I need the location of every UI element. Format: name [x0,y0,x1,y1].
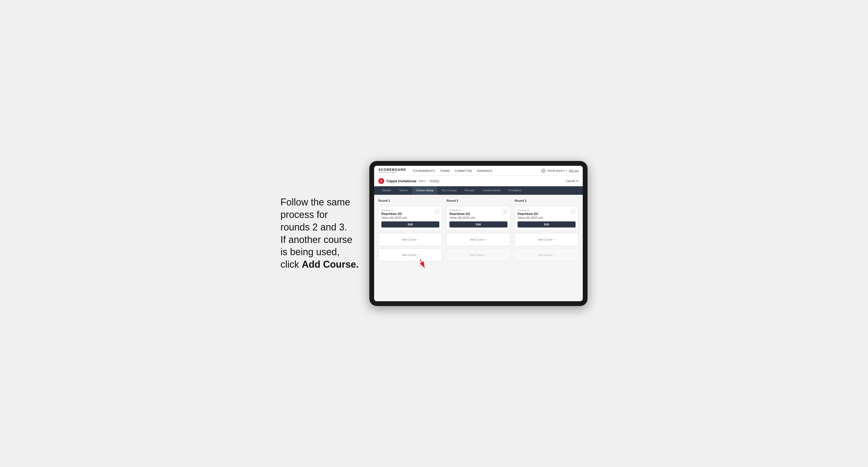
instruction-line4: If another course [280,234,352,245]
tab-bar: Details Teams Course Setup Tee Groups Re… [374,186,583,195]
round-2-add-course-1[interactable]: Add Course + [446,233,510,246]
tab-leaderboards[interactable]: Leaderboards [479,186,504,195]
top-nav: SCOREBOARD Powered by clippd TOURNAMENTS… [374,166,583,176]
round-2-course-card: (Course A) Peachtree GC Yellow (M) (6629… [446,206,510,230]
rounds-grid: Round 1 (Course A) Peachtree GC Yellow (… [378,199,579,261]
add-course-label-r2-1: Add Course [470,238,484,241]
course-name-3: Peachtree GC [518,212,543,216]
tab-results[interactable]: Results [461,186,478,195]
tablet-frame: SCOREBOARD Powered by clippd TOURNAMENTS… [369,161,588,306]
logo-letter: C [380,179,383,183]
tablet-screen: SCOREBOARD Powered by clippd TOURNAMENTS… [374,166,583,301]
tab-printables[interactable]: Printables [505,186,525,195]
instruction-line5: is being used, [280,246,340,257]
course-info-2: (Course A) Peachtree GC Yellow (M) (6629… [450,209,475,219]
sign-out-link[interactable]: Sign out [569,169,579,172]
round-1-column: Round 1 (Course A) Peachtree GC Yellow (… [378,199,442,261]
instruction-line1: Follow the same [280,197,350,208]
breadcrumb-left: C Clippd Invitational (Men) Hosting [378,178,440,184]
add-course-plus-r3-1: + [553,238,555,241]
add-course-label-r3-2: Add Course [538,254,552,256]
course-label: (Course A) [381,209,407,212]
tablet-inner: SCOREBOARD Powered by clippd TOURNAMENTS… [374,166,583,301]
course-name: Peachtree GC [381,212,407,216]
main-content: Round 1 (Course A) Peachtree GC Yellow (… [374,195,583,301]
brand-sub: Powered by clippd [378,172,406,174]
user-email: blair@clippd.io [547,169,565,172]
course-label-2: (Course A) [450,209,475,212]
add-course-label-1: Add Course [402,238,416,241]
add-course-label-r2-2: Add Course [470,254,484,256]
course-info: (Course A) Peachtree GC Yellow (M) (6629… [381,209,407,219]
round-3-title: Round 3 [515,199,579,202]
round-3-add-course-1[interactable]: Add Course + [515,233,579,246]
add-course-plus-1: + [417,238,418,241]
course-details-3: Yellow (M) (6629 yds) [518,216,543,219]
instruction-bold: Add Course. [302,259,359,270]
round-3-add-course-2: Add Course + [515,249,579,261]
course-card-header: (Course A) Peachtree GC Yellow (M) (6629… [381,209,439,219]
top-nav-right: blair@clippd.io | Sign out [541,168,579,173]
separator: | [566,169,567,172]
round-3-course-card: (Course A) Peachtree GC Yellow (M) (6629… [515,206,579,230]
hosting-badge: Hosting [428,179,440,183]
round-3-edit-button[interactable]: Edit [518,221,576,227]
tab-teams[interactable]: Teams [395,186,411,195]
tournament-name: Clippd Invitational [386,179,416,183]
tab-details[interactable]: Details [378,186,395,195]
instruction-line2: process for [280,209,328,220]
round-1-add-course-1[interactable]: Add Course + [378,233,442,246]
course-details-2: Yellow (M) (6629 yds) [450,216,475,219]
add-course-label-r3-1: Add Course [538,238,552,241]
course-card-actions-2: × [503,209,507,214]
page-wrapper: Follow the same process for rounds 2 and… [5,161,863,306]
add-course-plus-r2-1: + [485,238,487,241]
nav-rankings[interactable]: RANKINGS [477,169,492,173]
nav-teams[interactable]: TEAMS [440,169,450,173]
course-details: Yellow (M) (6629 yds) [381,216,407,219]
nav-committee[interactable]: COMMITTEE [455,169,472,173]
course-card-header-3: (Course A) Peachtree GC Yellow (M) (6629… [518,209,576,219]
round-2-add-course-2: Add Course + [446,249,510,261]
course-name-2: Peachtree GC [450,212,475,216]
cancel-label: Cancel [566,179,575,183]
round-2-title: Round 2 [446,199,510,202]
round-1-edit-button[interactable]: Edit [381,221,439,227]
add-course-plus-r3-2: + [553,253,555,257]
course-card-actions-3: × [571,209,576,214]
round-1-course-card: (Course A) Peachtree GC Yellow (M) (6629… [378,206,442,230]
add-course-label-2: Add Course [402,254,416,256]
top-nav-links: TOURNAMENTS TEAMS COMMITTEE RANKINGS [412,169,535,173]
course-delete-icon[interactable]: × [435,209,439,214]
round-2-column: Round 2 (Course A) Peachtree GC Yellow (… [446,199,510,261]
add-course-plus-2: + [417,253,418,257]
round-2-edit-button[interactable]: Edit [450,221,507,227]
course-delete-icon-2[interactable]: × [503,209,507,214]
round-1-title: Round 1 [378,199,442,202]
cancel-icon: ✕ [576,179,579,183]
user-avatar [541,168,546,173]
course-card-header-2: (Course A) Peachtree GC Yellow (M) (6629… [450,209,507,219]
course-card-actions: × [435,209,439,214]
round-3-column: Round 3 (Course A) Peachtree GC Yellow (… [515,199,579,261]
tab-tee-groups[interactable]: Tee Groups [438,186,460,195]
brand-logo: SCOREBOARD Powered by clippd [378,168,406,174]
course-label-3: (Course A) [518,209,543,212]
instruction-line3: rounds 2 and 3. [280,222,347,232]
brand-c-logo: C [378,178,384,184]
breadcrumb-bar: C Clippd Invitational (Men) Hosting Canc… [374,176,583,186]
tab-course-setup[interactable]: Course Setup [412,186,437,195]
course-delete-icon-3[interactable]: × [571,209,576,214]
nav-tournaments[interactable]: TOURNAMENTS [412,169,435,173]
cancel-button[interactable]: Cancel ✕ [566,179,579,183]
instruction-text: Follow the same process for rounds 2 and… [280,196,359,271]
tournament-type: (Men) [418,179,426,183]
instruction-line6: click [280,259,302,270]
round-1-add-course-2[interactable]: Add Course + [378,249,442,261]
add-course-plus-r2-2: + [485,253,487,257]
course-info-3: (Course A) Peachtree GC Yellow (M) (6629… [518,209,543,219]
